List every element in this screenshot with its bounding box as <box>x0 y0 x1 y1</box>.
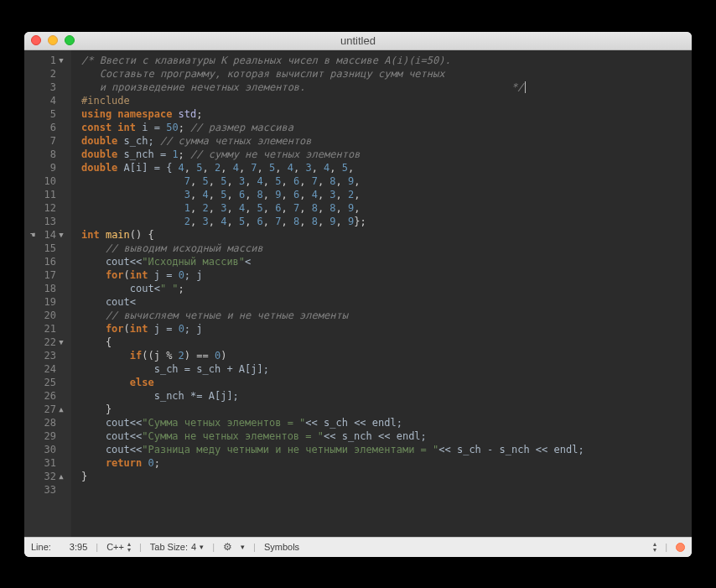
gutter-row[interactable]: 32▲ <box>24 470 71 483</box>
chevron-down-icon[interactable]: ▾ <box>241 544 245 551</box>
gear-icon[interactable]: ⚙ <box>223 541 232 553</box>
code-line[interactable]: cout<<"Исходный массив"< <box>81 255 692 268</box>
code-line[interactable]: const int i = 50; // размер массива <box>81 121 692 134</box>
gutter-row[interactable]: ☚14▼ <box>24 228 71 242</box>
symbols-button[interactable]: Symbols <box>264 542 299 552</box>
editor-window: untitled 1▼2345678910111213☚14▼151617181… <box>24 32 692 557</box>
code-line[interactable]: } <box>81 403 692 416</box>
code-line[interactable]: int main() { <box>81 228 692 242</box>
gutter-row[interactable]: 9 <box>24 161 71 174</box>
record-indicator-icon[interactable] <box>676 543 685 552</box>
line-number: 6 <box>38 121 56 134</box>
code-line[interactable]: { <box>81 336 692 349</box>
code-line[interactable]: using namespace std; <box>81 107 692 121</box>
code-line[interactable]: } <box>81 470 692 483</box>
code-line[interactable]: #include <box>81 94 692 107</box>
gutter-row[interactable]: 2 <box>24 67 71 81</box>
gutter-row[interactable]: 23 <box>24 349 71 362</box>
gutter-row[interactable]: 22▼ <box>24 336 71 349</box>
code-content[interactable]: /* Ввести с клавиатуры K реальных чисел … <box>71 50 692 537</box>
line-number: 33 <box>38 483 56 497</box>
editor-area[interactable]: 1▼2345678910111213☚14▼1516171819202122▼2… <box>24 50 692 537</box>
gutter-row[interactable]: 25 <box>24 376 71 389</box>
code-line[interactable]: // вычисляем четные и не четные элементы <box>81 309 692 322</box>
cursor-position[interactable]: 3:95 <box>70 542 87 552</box>
gutter-row[interactable]: 12 <box>24 201 71 215</box>
code-line[interactable]: /* Ввести с клавиатуры K реальных чисел … <box>81 54 692 67</box>
gutter-row[interactable]: 3 <box>24 81 71 94</box>
gutter-row[interactable]: 29 <box>24 429 71 443</box>
gutter-row[interactable]: 30 <box>24 443 71 456</box>
gutter-row[interactable]: 6 <box>24 121 71 134</box>
code-line[interactable]: 2, 3, 4, 5, 6, 7, 8, 8, 9, 9}; <box>81 215 692 228</box>
gutter-row[interactable]: 7 <box>24 134 71 148</box>
gutter-row[interactable]: 15 <box>24 242 71 255</box>
fold-icon[interactable]: ▼ <box>56 336 66 349</box>
fold-icon[interactable]: ▼ <box>56 54 66 67</box>
gutter-row[interactable]: 10 <box>24 174 71 188</box>
fold-icon[interactable]: ▼ <box>56 228 66 242</box>
line-number: 30 <box>38 443 56 456</box>
gutter-row[interactable]: 28 <box>24 416 71 429</box>
gutter-row[interactable]: 16 <box>24 255 71 268</box>
code-line[interactable]: cout<<"Разница меду четными и не четными… <box>81 443 692 456</box>
code-line[interactable]: 7, 5, 5, 3, 4, 5, 6, 7, 8, 9, <box>81 174 692 188</box>
fold-icon[interactable]: ▲ <box>56 403 66 416</box>
zoom-icon[interactable] <box>65 35 75 45</box>
code-line[interactable]: 1, 2, 3, 4, 5, 6, 7, 8, 8, 9, <box>81 201 692 215</box>
chevron-down-icon: ▾ <box>200 544 204 551</box>
code-line[interactable] <box>81 483 692 497</box>
gutter-row[interactable]: 11 <box>24 188 71 201</box>
gutter-row[interactable]: 27▲ <box>24 403 71 416</box>
gutter-row[interactable]: 19 <box>24 295 71 309</box>
status-bar: Line: 3:95 | C++ ▴▾ | Tab Size: 4 ▾ | ⚙ … <box>24 537 692 557</box>
language-label: C++ <box>106 542 124 552</box>
gutter-row[interactable]: 1▼ <box>24 54 71 67</box>
gutter-row[interactable]: 13 <box>24 215 71 228</box>
code-line[interactable]: s_nch *= A[j]; <box>81 389 692 403</box>
tabsize-selector[interactable]: Tab Size: 4 ▾ <box>150 542 204 552</box>
code-line[interactable]: 3, 4, 5, 6, 8, 9, 6, 4, 3, 2, <box>81 188 692 201</box>
code-line[interactable]: for(int j = 0; j <box>81 322 692 336</box>
gutter-row[interactable]: 17 <box>24 268 71 282</box>
code-line[interactable]: for(int j = 0; j <box>81 268 692 282</box>
line-number: 10 <box>38 174 56 188</box>
line-gutter[interactable]: 1▼2345678910111213☚14▼1516171819202122▼2… <box>24 50 71 537</box>
code-line[interactable]: s_ch = s_ch + A[j]; <box>81 362 692 376</box>
code-line[interactable]: // выводим исходный массив <box>81 242 692 255</box>
gutter-row[interactable]: 4 <box>24 94 71 107</box>
gutter-row[interactable]: 21 <box>24 322 71 336</box>
line-number: 13 <box>38 215 56 228</box>
line-number: 20 <box>38 309 56 322</box>
line-number: 5 <box>38 107 56 121</box>
code-line[interactable]: cout<" "; <box>81 282 692 295</box>
code-line[interactable]: и произведение нечетных элементов. */ <box>81 81 692 94</box>
language-selector[interactable]: C++ ▴▾ <box>106 541 131 553</box>
gutter-row[interactable]: 20 <box>24 309 71 322</box>
gutter-row[interactable]: 24 <box>24 362 71 376</box>
minimize-icon[interactable] <box>48 35 58 45</box>
titlebar[interactable]: untitled <box>24 32 692 50</box>
code-line[interactable]: double s_ch; // сумма четных элементов <box>81 134 692 148</box>
code-line[interactable]: cout<<"Сумма четных элементов = "<< s_ch… <box>81 416 692 429</box>
gutter-row[interactable]: 8 <box>24 148 71 161</box>
code-line[interactable]: if((j % 2) == 0) <box>81 349 692 362</box>
gutter-row[interactable]: 5 <box>24 107 71 121</box>
gutter-row[interactable]: 18 <box>24 282 71 295</box>
gutter-row[interactable]: 33 <box>24 483 71 497</box>
code-line[interactable]: cout<<"Сумма не четных элементов = "<< s… <box>81 429 692 443</box>
fold-icon[interactable]: ▲ <box>56 470 66 483</box>
gutter-row[interactable]: 26 <box>24 389 71 403</box>
line-number: 3 <box>38 81 56 94</box>
code-line[interactable]: else <box>81 376 692 389</box>
code-line[interactable]: cout< <box>81 295 692 309</box>
code-line[interactable]: return 0; <box>81 456 692 470</box>
line-number: 16 <box>38 255 56 268</box>
gutter-row[interactable]: 31 <box>24 456 71 470</box>
stepper-icon[interactable]: ▴▾ <box>653 541 656 553</box>
code-line[interactable]: double s_nch = 1; // сумму не четных эле… <box>81 148 692 161</box>
code-line[interactable]: Составьте программу, которая вычислит ра… <box>81 67 692 81</box>
close-icon[interactable] <box>31 35 41 45</box>
code-line[interactable]: double A[i] = { 4, 5, 2, 4, 7, 5, 4, 3, … <box>81 161 692 174</box>
line-number: 24 <box>38 362 56 376</box>
